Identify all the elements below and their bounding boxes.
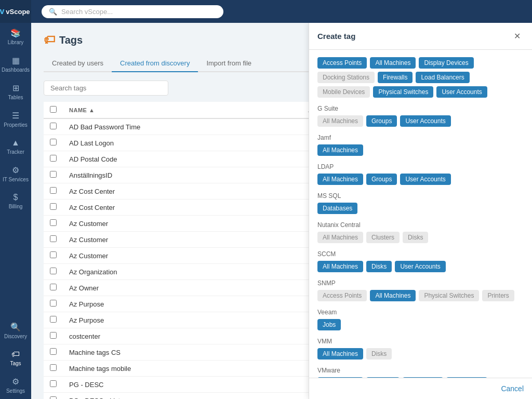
group-chip[interactable]: Jobs — [317, 319, 341, 330]
row-checkbox-cell[interactable] — [44, 232, 63, 248]
group-chip[interactable]: Disks — [366, 348, 392, 360]
tab-created-by-users[interactable]: Created by users — [44, 55, 112, 72]
tag-chips-container: All Machines — [317, 144, 524, 156]
sidebar-item-tags[interactable]: 🏷 Tags — [0, 344, 31, 371]
row-checkbox[interactable] — [50, 203, 57, 210]
group-chip[interactable]: Groups — [366, 115, 397, 127]
select-all-checkbox[interactable] — [50, 106, 57, 113]
group-chip[interactable]: User Accounts — [395, 261, 445, 272]
row-checkbox[interactable] — [50, 171, 57, 178]
group-chip[interactable]: Clusters — [366, 232, 400, 243]
sidebar-item-dashboards[interactable]: ▦ Dashboards — [0, 50, 31, 78]
top-chip[interactable]: Physical Switches — [373, 86, 433, 98]
tag-chips-container: All MachinesDisks — [317, 348, 524, 360]
group-chip[interactable]: All Machines — [317, 261, 363, 272]
group-chip[interactable]: All Machines — [317, 115, 363, 127]
group-chip[interactable]: Disks — [366, 261, 392, 272]
row-checkbox[interactable] — [50, 380, 57, 387]
top-chip[interactable]: User Accounts — [436, 86, 487, 98]
group-chip[interactable]: Printers — [482, 290, 514, 301]
row-name: PG - DESC — [63, 377, 302, 393]
row-checkbox-cell[interactable] — [44, 248, 63, 264]
group-chip[interactable]: All Machines — [370, 290, 416, 301]
top-chip[interactable]: Docking Stations — [317, 72, 375, 83]
tag-group-label: MS SQL — [317, 192, 524, 200]
group-chip[interactable]: Databases — [317, 203, 357, 214]
sidebar-item-tables-label: Tables — [8, 95, 23, 100]
row-checkbox-cell[interactable] — [44, 135, 63, 151]
tracker-icon: ▲ — [11, 138, 20, 148]
sidebar-item-tracker[interactable]: ▲ Tracker — [0, 133, 31, 160]
sidebar-item-discovery[interactable]: 🔍 Discovery — [0, 317, 31, 344]
row-checkbox[interactable] — [50, 219, 57, 226]
app-name: vScope — [6, 8, 30, 16]
row-checkbox-cell[interactable] — [44, 167, 63, 183]
row-checkbox-cell[interactable] — [44, 118, 63, 135]
top-chip[interactable]: Display Devices — [419, 57, 473, 69]
row-checkbox-cell[interactable] — [44, 264, 63, 280]
group-chip[interactable]: Physical Switches — [419, 290, 479, 301]
cancel-button[interactable]: Cancel — [501, 384, 524, 393]
tab-import-from-file[interactable]: Import from file — [198, 55, 260, 72]
row-checkbox-cell[interactable] — [44, 216, 63, 232]
row-checkbox[interactable] — [50, 316, 57, 323]
row-checkbox[interactable] — [50, 300, 57, 307]
top-chip[interactable]: Load Balancers — [416, 72, 469, 83]
row-checkbox-cell[interactable] — [44, 312, 63, 328]
group-chip[interactable]: All Machines — [317, 348, 363, 360]
row-checkbox[interactable] — [50, 139, 57, 145]
row-checkbox[interactable] — [50, 123, 57, 129]
row-checkbox[interactable] — [50, 332, 57, 339]
sidebar-item-properties[interactable]: ☰ Properties — [0, 105, 31, 133]
content-area: 🏷 Tags Created by users Created from dis… — [31, 23, 532, 399]
row-checkbox[interactable] — [50, 187, 57, 194]
row-checkbox[interactable] — [50, 364, 57, 371]
sidebar-item-tracker-label: Tracker — [7, 149, 24, 155]
row-name: AnställningsID — [63, 167, 302, 183]
row-checkbox-cell[interactable] — [44, 377, 63, 393]
sidebar-item-it-services[interactable]: ⚙ IT Services — [0, 160, 31, 188]
sidebar-item-library[interactable]: 📚 Library — [0, 23, 31, 50]
name-column-header[interactable]: NAME ▲ — [63, 102, 302, 118]
tab-created-from-discovery[interactable]: Created from discovery — [112, 55, 198, 72]
row-checkbox-cell[interactable] — [44, 280, 63, 296]
global-search[interactable]: 🔍 Search vScope... — [42, 5, 223, 18]
row-checkbox[interactable] — [50, 396, 57, 399]
row-checkbox[interactable] — [50, 251, 57, 258]
row-name: Az Cost Center — [63, 183, 302, 200]
row-checkbox-cell[interactable] — [44, 183, 63, 200]
row-name: Machine tags mobile — [63, 361, 302, 377]
group-chip[interactable]: User Accounts — [400, 115, 450, 127]
group-chip[interactable]: All Machines — [317, 144, 363, 156]
top-chip[interactable]: Mobile Devices — [317, 86, 370, 98]
row-checkbox-cell[interactable] — [44, 200, 63, 216]
tables-icon: ⊞ — [12, 83, 19, 93]
group-chip[interactable]: Groups — [366, 174, 397, 185]
row-checkbox-cell[interactable] — [44, 151, 63, 167]
top-chip[interactable]: Access Points — [317, 57, 367, 69]
row-checkbox[interactable] — [50, 235, 57, 242]
row-checkbox[interactable] — [50, 348, 57, 355]
panel-header: Create tag ✕ — [309, 23, 532, 50]
group-chip[interactable]: User Accounts — [400, 174, 450, 185]
row-checkbox[interactable] — [50, 284, 57, 290]
sidebar-item-tables[interactable]: ⊞ Tables — [0, 78, 31, 105]
row-checkbox-cell[interactable] — [44, 296, 63, 312]
sidebar-item-billing[interactable]: $ Billing — [0, 188, 31, 215]
sidebar-item-billing-label: Billing — [9, 204, 23, 209]
group-chip[interactable]: Disks — [403, 232, 428, 243]
group-chip[interactable]: All Machines — [317, 174, 363, 185]
group-chip[interactable]: All Machines — [317, 232, 363, 243]
row-checkbox-cell[interactable] — [44, 393, 63, 400]
close-button[interactable]: ✕ — [511, 30, 524, 42]
row-checkbox-cell[interactable] — [44, 344, 63, 361]
search-tags-input[interactable] — [44, 81, 168, 96]
row-checkbox-cell[interactable] — [44, 361, 63, 377]
row-checkbox-cell[interactable] — [44, 328, 63, 344]
sidebar-item-settings[interactable]: ⚙ Settings — [0, 371, 31, 399]
top-chip[interactable]: Firewalls — [378, 72, 413, 83]
row-checkbox[interactable] — [50, 155, 57, 162]
top-chip[interactable]: All Machines — [370, 57, 416, 69]
group-chip[interactable]: Access Points — [317, 290, 367, 301]
row-checkbox[interactable] — [50, 268, 57, 274]
